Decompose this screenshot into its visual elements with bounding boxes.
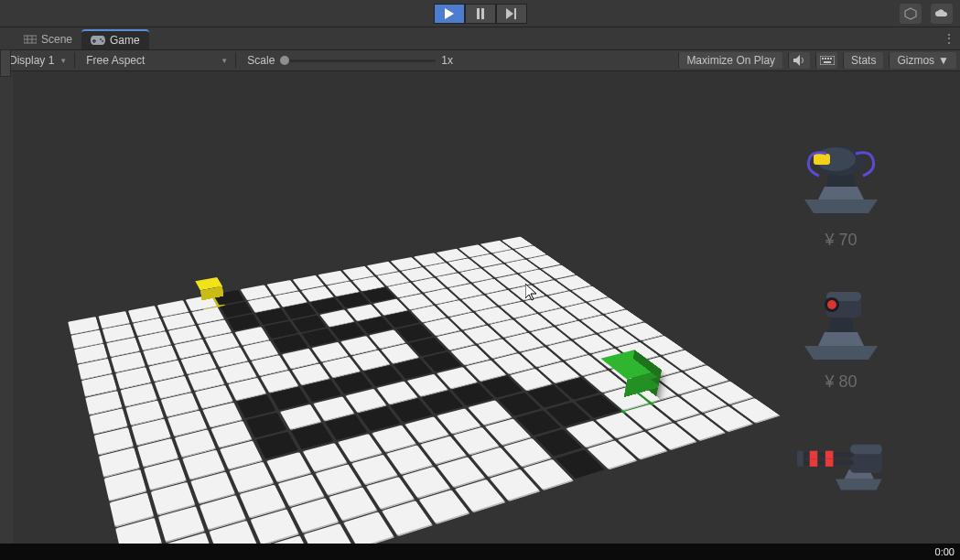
svg-marker-23 [818,187,864,199]
svg-rect-1 [477,8,480,19]
svg-marker-0 [445,8,454,19]
svg-marker-3 [506,8,513,19]
game-scene [68,236,779,544]
display-label: Display 1 [9,54,54,67]
svg-rect-18 [827,58,829,59]
svg-rect-45 [797,451,804,467]
turret-card-laser[interactable]: ¥ 70 [777,126,905,250]
svg-rect-16 [822,58,824,59]
play-button[interactable] [434,4,465,24]
stats-button[interactable]: Stats [843,52,883,69]
mute-audio-button[interactable] [788,52,810,69]
svg-rect-27 [814,154,830,165]
svg-marker-5 [905,8,916,19]
svg-point-10 [100,38,102,40]
slider-track[interactable] [280,59,436,62]
game-toolbar: Display 1 ▼ Free Aspect ▼ Scale 1x Maxim… [0,49,960,71]
package-icon[interactable] [900,4,922,24]
turret-price: ¥ 80 [825,372,857,392]
scale-label: Scale [242,54,275,67]
speaker-icon [793,55,806,66]
laser-turret-icon [786,126,896,227]
svg-rect-43 [810,458,818,467]
svg-marker-29 [818,332,864,346]
playback-controls [434,4,527,24]
chevron-down-icon: ▼ [938,54,949,67]
scale-slider[interactable] [280,59,436,62]
left-rail-handle[interactable] [0,49,11,77]
missile-turret-icon [786,268,896,369]
svg-rect-38 [850,445,881,454]
scene-icon [24,34,37,45]
svg-rect-15 [820,56,835,65]
chevron-down-icon: ▼ [221,57,228,65]
tab-menu-button[interactable]: ⋮ [943,31,955,46]
svg-rect-19 [830,58,832,59]
turret-panel: ¥ 70 ¥ 80 [777,126,905,514]
svg-marker-14 [793,55,800,66]
svg-rect-17 [825,58,826,59]
tab-scene[interactable]: Scene [15,29,81,49]
tab-scene-label: Scene [41,33,72,46]
cloud-icon[interactable] [931,4,953,24]
svg-marker-22 [804,199,878,213]
maximize-on-play-button[interactable]: Maximize On Play [678,52,782,69]
svg-marker-35 [836,479,882,490]
chevron-down-icon: ▼ [59,57,67,65]
tab-game[interactable]: Game [81,29,149,49]
top-right-icons [900,4,953,24]
svg-point-11 [102,40,103,42]
slider-thumb[interactable] [280,56,289,65]
tile-grid [68,236,779,544]
keyboard-button[interactable] [815,52,837,69]
pause-button[interactable] [465,4,496,24]
game-viewport[interactable]: ¥ 70 ¥ 80 [13,71,960,544]
gatling-turret-icon [786,410,896,511]
turret-price: ¥ 70 [825,231,857,250]
status-bar: 0:00 [0,544,960,560]
tab-row: Scene Game ⋮ [0,27,960,49]
aspect-label: Free Aspect [86,54,145,67]
svg-point-34 [827,300,836,309]
step-button[interactable] [496,4,527,24]
svg-rect-4 [514,8,516,19]
status-time: 0:00 [935,546,955,557]
keyboard-icon [820,56,835,65]
svg-marker-28 [804,346,878,360]
aspect-dropdown[interactable]: Free Aspect ▼ [81,52,236,69]
tab-game-label: Game [110,34,140,47]
top-toolbar [0,0,960,27]
display-dropdown[interactable]: Display 1 ▼ [4,52,75,69]
gizmos-dropdown[interactable]: Gizmos ▼ [889,52,956,69]
turret-card-missile[interactable]: ¥ 80 [777,268,905,392]
svg-rect-13 [92,40,96,42]
svg-rect-2 [481,8,484,19]
gamepad-icon [91,36,105,45]
svg-rect-42 [825,451,834,459]
svg-rect-20 [824,61,831,63]
scale-value: 1x [441,54,459,67]
turret-card-gatling[interactable] [777,410,905,514]
svg-rect-44 [825,458,834,467]
svg-rect-41 [810,451,818,459]
